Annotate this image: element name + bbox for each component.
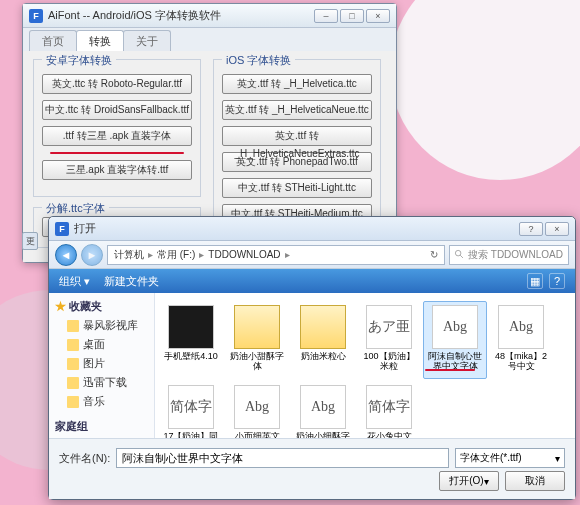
side-handle[interactable]: 更 (22, 232, 38, 250)
folder-icon (234, 305, 280, 349)
file-item[interactable]: 简体字花小兔中文 (357, 381, 421, 438)
file-item[interactable]: Abg阿沫自制心世界中文字体 (423, 301, 487, 379)
font-thumb: あア亜 (366, 305, 412, 349)
svg-point-0 (455, 250, 461, 256)
sidebar-item[interactable]: 音乐 (49, 392, 154, 411)
file-item[interactable]: Abg奶油小细酥字体 (291, 381, 355, 438)
font-thumb: Abg (234, 385, 280, 429)
android-btn-1[interactable]: 英文.ttc 转 Roboto-Regular.ttf (42, 74, 192, 94)
sidebar-item[interactable]: 图片 (49, 354, 154, 373)
crumb-2[interactable]: TDDOWNLOAD (208, 249, 280, 260)
win1-titlebar[interactable]: F AiFont -- Android/iOS 字体转换软件 – □ × (23, 4, 396, 28)
sidebar-item[interactable]: 迅雷下载 (49, 373, 154, 392)
folder-icon (67, 358, 79, 370)
win1-tabs: 首页 转换 关于 (23, 28, 396, 51)
file-label: 手机壁纸4.10 (164, 352, 218, 362)
android-group-title: 安卓字体转换 (42, 53, 116, 68)
font-thumb: Abg (498, 305, 544, 349)
folder-icon (67, 339, 79, 351)
nav-back-icon[interactable]: ◄ (55, 244, 77, 266)
android-btn-2[interactable]: 中文.ttc 转 DroidSansFallback.ttf (42, 100, 192, 120)
crumb-0[interactable]: 计算机 (114, 248, 144, 262)
filetype-select[interactable]: 字体文件(*.ttf)▾ (455, 448, 565, 468)
open-button[interactable]: 打开(O) ▾ (439, 471, 499, 491)
dialog-help-button[interactable]: ? (519, 222, 543, 236)
app-icon: F (29, 9, 43, 23)
win1-title: AiFont -- Android/iOS 字体转换软件 (48, 8, 221, 23)
font-thumb: 简体字 (366, 385, 412, 429)
dialog-title: 打开 (74, 221, 96, 236)
organize-button[interactable]: 组织 ▾ (59, 274, 90, 289)
filename-label: 文件名(N): (59, 451, 110, 466)
sidebar: ★ 收藏夹 暴风影视库 桌面 图片 迅雷下载 音乐 家庭组 计算机 WIN7 (… (49, 293, 155, 438)
ios-btn-1[interactable]: 英文.ttf 转 _H_Helvetica.ttc (222, 74, 372, 94)
ios-btn-4[interactable]: 英文.ttf 转 PhonepadTwo.ttf (222, 152, 372, 172)
sidebar-homegroup[interactable]: 家庭组 (49, 417, 154, 436)
dialog-titlebar[interactable]: F 打开 ? × (49, 217, 575, 241)
file-label: 奶油米粒心 (301, 352, 346, 362)
breadcrumb[interactable]: 计算机▸ 常用 (F:)▸ TDDOWNLOAD▸ ↻ (107, 245, 445, 265)
star-icon: ★ (55, 300, 66, 312)
nav-fwd-icon[interactable]: ► (81, 244, 103, 266)
help-icon[interactable]: ? (549, 273, 565, 289)
font-thumb: 简体字 (168, 385, 214, 429)
android-btn-3[interactable]: .ttf 转三星 .apk 直装字体 (42, 126, 192, 146)
tab-about[interactable]: 关于 (123, 30, 171, 51)
tab-convert[interactable]: 转换 (76, 30, 124, 51)
maximize-button[interactable]: □ (340, 9, 364, 23)
sidebar-favorites[interactable]: 收藏夹 (69, 300, 102, 312)
tab-home[interactable]: 首页 (29, 30, 77, 51)
file-label: 小而细英文 (235, 432, 280, 438)
file-item[interactable]: 手机壁纸4.10 (159, 301, 223, 379)
file-item[interactable]: あア亜100【奶油】米粒 (357, 301, 421, 379)
annotation-underline-2 (425, 369, 475, 371)
file-grid[interactable]: 手机壁纸4.10奶油小甜酥字体奶油米粒心あア亜100【奶油】米粒Abg阿沫自制心… (155, 293, 575, 438)
ios-group-title: iOS 字体转换 (222, 53, 295, 68)
annotation-underline-1 (50, 152, 184, 154)
open-dialog: F 打开 ? × ◄ ► 计算机▸ 常用 (F:)▸ TDDOWNLOAD▸ ↻… (48, 216, 576, 500)
sidebar-item[interactable]: 桌面 (49, 335, 154, 354)
file-label: 奶油小甜酥字体 (228, 352, 286, 372)
file-label: 48【mika】2号中文 (492, 352, 550, 372)
image-thumb (168, 305, 214, 349)
file-item[interactable]: Abg48【mika】2号中文 (489, 301, 553, 379)
dialog-icon: F (55, 222, 69, 236)
file-label: 100【奶油】米粒 (360, 352, 418, 372)
minimize-button[interactable]: – (314, 9, 338, 23)
search-input[interactable]: 搜索 TDDOWNLOAD (449, 245, 569, 265)
android-group: 安卓字体转换 英文.ttc 转 Roboto-Regular.ttf 中文.tt… (33, 59, 201, 197)
svg-line-1 (460, 255, 463, 258)
dialog-toolbar: 组织 ▾ 新建文件夹 ▦ ? (49, 269, 575, 293)
folder-icon (67, 320, 79, 332)
folder-icon (67, 377, 79, 389)
ios-btn-2[interactable]: 英文.ttf 转 _H_HelveticaNeue.ttc (222, 100, 372, 120)
new-folder-button[interactable]: 新建文件夹 (104, 274, 159, 289)
file-item[interactable]: 简体字17【奶油】同心中文 (159, 381, 223, 438)
view-icon[interactable]: ▦ (527, 273, 543, 289)
folder-icon (300, 305, 346, 349)
sidebar-item[interactable]: 暴风影视库 (49, 316, 154, 335)
ios-btn-3[interactable]: 英文.ttf 转 _H_HelveticaNeueExtras.ttc (222, 126, 372, 146)
filename-input[interactable] (116, 448, 449, 468)
file-item[interactable]: Abg小而细英文 (225, 381, 289, 438)
ios-btn-5[interactable]: 中文.ttf 转 STHeiti-Light.ttc (222, 178, 372, 198)
android-btn-4[interactable]: 三星.apk 直装字体转.ttf (42, 160, 192, 180)
file-label: 花小兔中文 (367, 432, 412, 438)
file-item[interactable]: 奶油米粒心 (291, 301, 355, 379)
folder-icon (67, 396, 79, 408)
address-bar: ◄ ► 计算机▸ 常用 (F:)▸ TDDOWNLOAD▸ ↻ 搜索 TDDOW… (49, 241, 575, 269)
split-group-title: 分解.ttc字体 (42, 201, 109, 216)
close-button[interactable]: × (366, 9, 390, 23)
file-label: 奶油小细酥字体 (294, 432, 352, 438)
file-item[interactable]: 奶油小甜酥字体 (225, 301, 289, 379)
dialog-close-button[interactable]: × (545, 222, 569, 236)
font-thumb: Abg (300, 385, 346, 429)
dialog-bottom: 文件名(N): 字体文件(*.ttf)▾ 打开(O) ▾ 取消 (49, 438, 575, 499)
file-label: 17【奶油】同心中文 (162, 432, 220, 438)
cancel-button[interactable]: 取消 (505, 471, 565, 491)
search-icon (454, 249, 465, 260)
refresh-icon[interactable]: ↻ (430, 249, 438, 260)
crumb-1[interactable]: 常用 (F:) (157, 248, 195, 262)
font-thumb: Abg (432, 305, 478, 349)
